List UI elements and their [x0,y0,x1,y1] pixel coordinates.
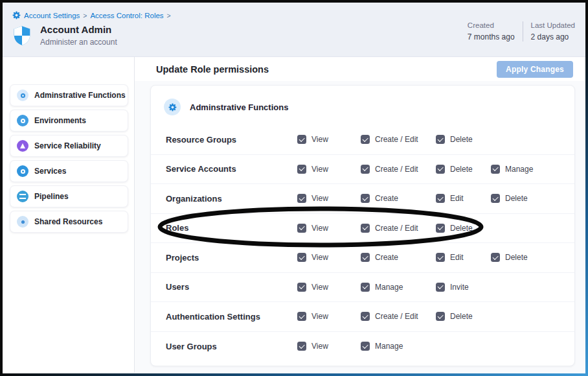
permission-checkbox-organizations-edit[interactable] [436,194,445,203]
permission-checkbox-users-invite[interactable] [436,283,445,292]
gear-icon [164,99,181,115]
permission-cell: Manage [361,283,436,292]
resource-row-label: Authentication Settings [166,312,297,322]
section-header: Adminstrative Functions [151,97,574,125]
table-row-authentication-settings: Authentication Settings View Create / Ed… [151,302,574,332]
permission-checkbox-authentication-settings-delete[interactable] [436,312,445,321]
permission-checkbox-service-accounts-delete[interactable] [436,165,445,174]
apply-changes-button[interactable]: Apply Changes [497,61,573,78]
permission-checkbox-user-groups-manage[interactable] [361,342,370,351]
permission-cell: View [297,135,361,144]
breadcrumb-separator: > [83,12,87,19]
permission-label: Create / Edit [375,312,418,321]
gear-icon [12,11,21,19]
permission-label: View [311,342,328,351]
resource-category-sidebar: Adminstrative Functions Environments Ser… [3,57,134,373]
permission-checkbox-users-manage[interactable] [361,283,370,292]
page-title: Account Admin [40,24,117,35]
permission-cell: Create / Edit [361,135,436,144]
permission-label: Manage [375,283,403,292]
permission-label: Delete [450,135,473,144]
sidebar-item-label: Services [34,167,66,176]
breadcrumb-link-account-settings[interactable]: Account Settings [24,12,80,19]
services-icon [17,165,28,177]
sidebar-item-service-reliability[interactable]: Service Reliability [10,135,128,157]
permission-checkbox-resource-groups-create-edit[interactable] [361,135,370,144]
sidebar-item-services[interactable]: Services [10,160,128,182]
created-block: Created 7 months ago [468,21,515,41]
resource-row-label: User Groups [166,342,297,351]
permission-checkbox-authentication-settings-create-edit[interactable] [361,312,370,321]
permission-cell: Create / Edit [361,224,436,233]
permission-cell: Create [361,253,436,262]
permission-cell: Delete [436,312,491,321]
sidebar-item-environments[interactable]: Environments [10,110,128,132]
role-meta: Created 7 months ago Last Updated 2 days… [468,21,575,41]
sidebar-item-label: Service Reliability [34,141,101,150]
meta-divider [523,21,523,41]
permission-checkbox-resource-groups-view[interactable] [297,135,306,144]
permission-cell: Create / Edit [361,312,436,321]
permission-label: Edit [450,194,464,203]
page-subtitle: Administer an account [40,38,117,47]
permission-checkbox-roles-delete[interactable] [436,224,445,233]
environments-icon [17,115,28,126]
permission-label: Create [375,253,398,262]
page-body: Adminstrative Functions Environments Ser… [3,57,585,373]
permission-cell: View [297,312,361,321]
resource-row-label: Projects [166,253,297,263]
permissions-content: Adminstrative Functions Resource Groups … [135,81,585,373]
permission-label: Delete [450,224,473,233]
permission-checkbox-projects-edit[interactable] [436,253,445,262]
permission-checkbox-service-accounts-manage[interactable] [491,165,500,174]
table-row-user-groups: User Groups View Manage [151,332,574,362]
toolbar-title: Update Role permissions [156,64,269,75]
permission-checkbox-organizations-delete[interactable] [491,194,500,203]
resource-row-label: Roles [166,223,297,233]
sidebar-item-pipelines[interactable]: Pipelines [10,185,128,207]
created-label: Created [468,21,515,29]
permission-checkbox-roles-view[interactable] [297,224,306,233]
permission-label: View [311,224,328,233]
permission-checkbox-projects-delete[interactable] [491,253,500,262]
permission-cell: Delete [436,224,491,233]
sidebar-item-adminstrative-functions[interactable]: Adminstrative Functions [10,84,128,106]
permission-cell: Delete [436,135,491,144]
permission-cell: View [297,283,361,292]
table-row-resource-groups: Resource Groups View Create / Edit Delet… [151,125,574,155]
permission-cell: Edit [436,253,491,262]
permission-label: Invite [450,283,469,292]
section-title: Adminstrative Functions [190,102,288,112]
permission-checkbox-projects-create[interactable] [361,253,370,262]
permission-checkbox-authentication-settings-view[interactable] [297,312,306,321]
table-row-service-accounts: Service Accounts View Create / Edit Dele… [151,155,574,185]
permission-cell: View [297,165,361,174]
admin-functions-icon [17,89,28,101]
permission-checkbox-users-view[interactable] [297,283,306,292]
permission-checkbox-user-groups-view[interactable] [297,342,306,351]
permission-cell: View [297,224,361,233]
shield-icon [12,25,32,46]
permission-checkbox-organizations-view[interactable] [297,194,306,203]
permission-cell: Delete [491,253,574,262]
screenshot-frame: Account Settings > Access Control: Roles… [0,0,588,376]
permission-label: View [311,135,328,144]
permission-checkbox-resource-groups-delete[interactable] [436,135,445,144]
created-value: 7 months ago [468,32,515,41]
resource-row-label: Service Accounts [166,164,297,174]
permission-label: Delete [450,165,473,174]
permission-checkbox-service-accounts-create-edit[interactable] [361,165,370,174]
service-reliability-icon [17,140,28,152]
sidebar-item-shared-resources[interactable]: Shared Resources [10,211,128,233]
resource-row-label: Organizations [166,194,297,204]
permission-label: Manage [505,165,533,174]
last-updated-value: 2 days ago [531,32,575,41]
permission-checkbox-organizations-create[interactable] [361,194,370,203]
permission-checkbox-projects-view[interactable] [297,253,306,262]
permission-checkbox-roles-create-edit[interactable] [361,224,370,233]
page-header: Account Settings > Access Control: Roles… [3,3,585,57]
table-row-projects: Projects View Create Edit Delete [151,243,574,273]
permission-checkbox-service-accounts-view[interactable] [297,165,306,174]
breadcrumb-link-access-control-roles[interactable]: Access Control: Roles [90,12,163,19]
permission-label: View [311,253,328,262]
